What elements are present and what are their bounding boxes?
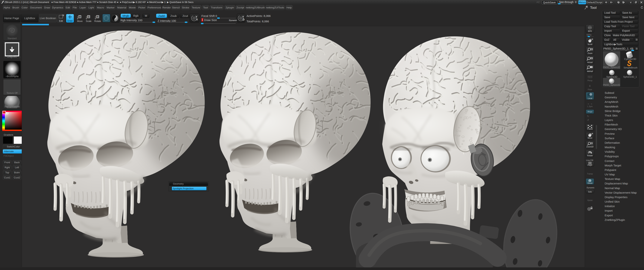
svg-text:D: D	[243, 18, 244, 21]
svg-text:M: M	[79, 15, 81, 18]
svg-text:x1: x1	[590, 57, 592, 59]
svg-text:S: S	[88, 15, 90, 18]
svg-text:BPR: BPR	[588, 27, 592, 29]
svg-text:R: R	[97, 15, 98, 18]
svg-text:S: S	[196, 18, 198, 21]
